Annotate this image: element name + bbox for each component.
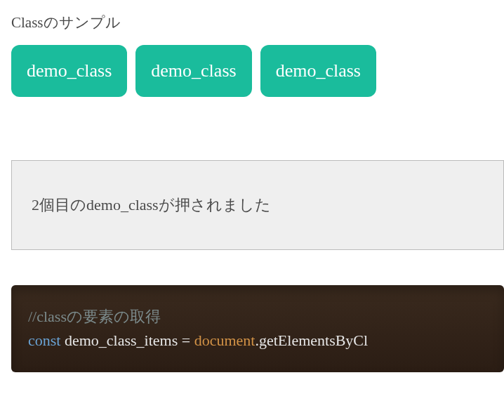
code-variable: demo_class_items xyxy=(65,332,182,349)
output-box: 2個目のdemo_classが押されました xyxy=(11,160,504,250)
code-keyword: const xyxy=(28,332,65,349)
code-comment: //classの要素の取得 xyxy=(28,308,161,325)
code-builtin-document: document xyxy=(194,332,256,349)
demo-class-button-2[interactable]: demo_class xyxy=(135,45,251,97)
output-message: 2個目のdemo_classが押されました xyxy=(32,195,484,216)
code-equals: = xyxy=(182,332,194,349)
code-method-call: .getElementsByCl xyxy=(255,332,368,349)
code-line-2: const demo_class_items = document.getEle… xyxy=(28,329,487,353)
demo-class-button-1[interactable]: demo_class xyxy=(11,45,127,97)
code-block: //classの要素の取得 const demo_class_items = d… xyxy=(11,285,504,372)
code-line-1: //classの要素の取得 xyxy=(28,305,487,329)
demo-class-button-3[interactable]: demo_class xyxy=(260,45,376,97)
section-title: Classのサンプル xyxy=(11,13,493,32)
demo-button-row: demo_class demo_class demo_class xyxy=(11,45,493,97)
